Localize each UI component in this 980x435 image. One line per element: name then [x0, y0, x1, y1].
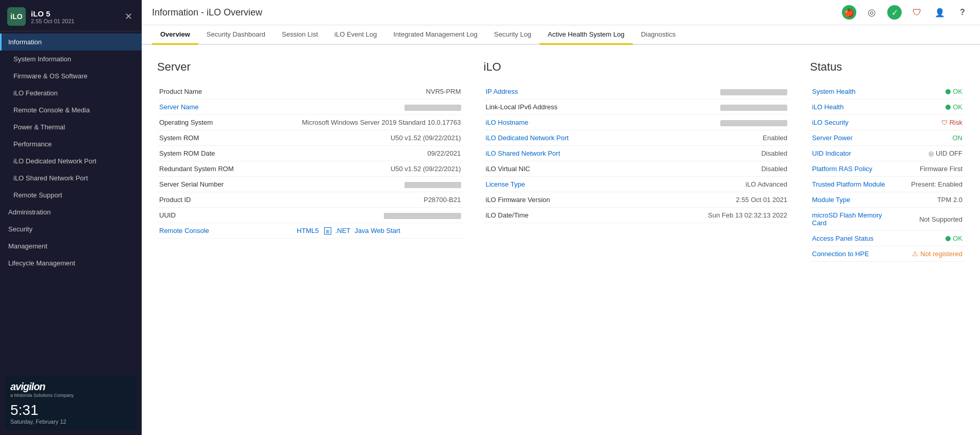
- topbar: Information - iLO Overview 🍎 ◎ ✓ 🛡 👤 ?: [142, 0, 980, 25]
- serial-number-label: Server Serial Number: [157, 177, 295, 192]
- ilo-hostname-label: iLO Hostname: [484, 115, 621, 130]
- topbar-icons: 🍎 ◎ ✓ 🛡 👤 ?: [842, 5, 970, 20]
- microsd-label: microSD Flash Memory Card: [810, 208, 895, 231]
- serial-number-value: [295, 177, 463, 192]
- ilo-logo-icon: iLO: [7, 7, 26, 26]
- net-link[interactable]: .NET: [335, 227, 351, 235]
- tab-active-health-system-log[interactable]: Active Health System Log: [539, 25, 633, 45]
- ip-address-link[interactable]: IP Address: [486, 88, 518, 95]
- server-section-title: Server: [157, 60, 463, 74]
- table-row: IP Address: [484, 84, 790, 99]
- ilo-shared-link[interactable]: iLO Shared Network Port: [486, 149, 561, 157]
- sidebar-item-information[interactable]: Information: [0, 34, 142, 51]
- sidebar-item-administration[interactable]: Administration: [0, 204, 142, 221]
- user-icon[interactable]: 👤: [933, 5, 947, 20]
- platform-ras-label: Platform RAS Policy: [810, 161, 895, 177]
- system-health-label[interactable]: System Health: [810, 84, 895, 99]
- os-value: Microsoft Windows Server 2019 Standard 1…: [295, 115, 463, 130]
- tab-overview[interactable]: Overview: [152, 25, 198, 45]
- redundant-rom-label: Redundant System ROM: [157, 161, 295, 177]
- ipv6-label: Link-Local IPv6 Address: [484, 99, 621, 115]
- ilo-shared-label: iLO Shared Network Port: [484, 146, 621, 161]
- ok-indicator: [945, 89, 951, 94]
- html5-link[interactable]: HTML5: [297, 227, 319, 235]
- sidebar-item-ilo-federation[interactable]: iLO Federation: [0, 85, 142, 102]
- sidebar-item-power-thermal[interactable]: Power & Thermal: [0, 119, 142, 136]
- remote-console-label: Remote Console: [157, 223, 295, 239]
- ilo-dedicated-link[interactable]: iLO Dedicated Network Port: [486, 134, 569, 142]
- sidebar-item-remote-console[interactable]: Remote Console & Media: [0, 102, 142, 119]
- module-type-value: TPM 2.0: [895, 192, 965, 208]
- sidebar-item-security[interactable]: Security: [0, 221, 142, 238]
- ilo-hostname-value: [621, 115, 789, 130]
- html5-icon: ⊞: [324, 227, 331, 235]
- ilo-datetime-label: iLO Date/Time: [484, 208, 621, 223]
- sidebar-item-ilo-shared[interactable]: iLO Shared Network Port: [0, 170, 142, 187]
- not-registered-link[interactable]: Not registered: [920, 250, 962, 258]
- table-row: iLO Virtual NIC Disabled: [484, 161, 790, 177]
- remote-console-links-cell: HTML5 ⊞ .NET Java Web Start: [295, 223, 463, 239]
- tab-diagnostics[interactable]: Diagnostics: [633, 25, 684, 45]
- tab-security-log[interactable]: Security Log: [486, 25, 539, 45]
- sidebar-item-performance[interactable]: Performance: [0, 136, 142, 153]
- sidebar-item-ilo-dedicated[interactable]: iLO Dedicated Network Port: [0, 153, 142, 170]
- sidebar-header: iLO iLO 5 2.55 Oct 01 2021 ✕: [0, 0, 142, 31]
- table-row: Operating System Microsoft Windows Serve…: [157, 115, 463, 130]
- sidebar-item-lifecycle[interactable]: Lifecycle Management: [0, 255, 142, 272]
- help-icon[interactable]: ?: [955, 5, 970, 20]
- ilo-section-title: iLO: [484, 60, 790, 74]
- remote-console-link[interactable]: Remote Console: [159, 227, 209, 235]
- sidebar-item-management[interactable]: Management: [0, 238, 142, 255]
- target-icon[interactable]: ◎: [865, 5, 879, 20]
- table-row: iLO Security 🛡 Risk: [810, 115, 965, 130]
- java-web-start-link[interactable]: Java Web Start: [354, 227, 400, 235]
- table-row: System Health OK: [810, 84, 965, 99]
- system-rom-label: System ROM: [157, 130, 295, 146]
- server-name-value: [295, 99, 463, 115]
- remote-console-links: HTML5 ⊞ .NET Java Web Start: [297, 227, 461, 235]
- ilo-security-label[interactable]: iLO Security: [810, 115, 895, 130]
- system-rom-value: U50 v1.52 (09/22/2021): [295, 130, 463, 146]
- table-row: iLO Dedicated Network Port Enabled: [484, 130, 790, 146]
- table-row: Server Serial Number: [157, 177, 463, 192]
- tab-security-dashboard[interactable]: Security Dashboard: [198, 25, 274, 45]
- module-type-label: Module Type: [810, 192, 895, 208]
- redundant-rom-value: U50 v1.52 (09/22/2021): [295, 161, 463, 177]
- ilo-hostname-link[interactable]: iLO Hostname: [486, 119, 529, 126]
- tpm-label: Trusted Platform Module: [810, 177, 895, 192]
- server-name-link[interactable]: Server Name: [159, 103, 199, 111]
- warning-icon: ⚠: [912, 250, 918, 258]
- system-rom-date-value: 09/22/2021: [295, 146, 463, 161]
- connection-hpe-value: ⚠ Not registered: [895, 246, 965, 262]
- ilo-virtual-nic-value: Disabled: [621, 161, 789, 177]
- ilo-health-label[interactable]: iLO Health: [810, 99, 895, 115]
- table-row: License Type iLO Advanced: [484, 177, 790, 192]
- check-circle-icon[interactable]: ✓: [887, 5, 902, 20]
- sidebar-item-system-information[interactable]: System Information: [0, 51, 142, 68]
- product-id-value: P28700-B21: [295, 192, 463, 208]
- status-section-title: Status: [810, 60, 965, 74]
- ilo-health-value: OK: [895, 99, 965, 115]
- license-type-link[interactable]: License Type: [486, 180, 525, 188]
- ilo-datetime-value: Sun Feb 13 02:32:13 2022: [621, 208, 789, 223]
- access-panel-value: OK: [895, 231, 965, 246]
- tab-ilo-event-log[interactable]: iLO Event Log: [326, 25, 385, 45]
- tab-session-list[interactable]: Session List: [274, 25, 326, 45]
- sidebar-close-button[interactable]: ✕: [123, 9, 134, 24]
- ilo-firmware-value: 2.55 Oct 01 2021: [621, 192, 789, 208]
- ilo-dedicated-value: Enabled: [621, 130, 789, 146]
- ilo-shared-value: Disabled: [621, 146, 789, 161]
- apple-icon[interactable]: 🍎: [842, 5, 856, 20]
- ip-address-value: [621, 84, 789, 99]
- table-row: System ROM Date 09/22/2021: [157, 146, 463, 161]
- status-section: Status System Health OK iLO Health OK iL…: [810, 60, 965, 425]
- shield-red-icon[interactable]: 🛡: [910, 5, 924, 20]
- tab-integrated-management-log[interactable]: Integrated Management Log: [385, 25, 485, 45]
- banner-subtitle: a Motorola Solutions Company: [10, 393, 131, 398]
- page-title: Information - iLO Overview: [152, 7, 262, 18]
- license-type-value: iLO Advanced: [621, 177, 789, 192]
- status-info-table: System Health OK iLO Health OK iLO Secur…: [810, 84, 965, 262]
- sidebar-item-remote-support[interactable]: Remote Support: [0, 187, 142, 204]
- table-row: iLO Hostname: [484, 115, 790, 130]
- sidebar-item-firmware-os[interactable]: Firmware & OS Software: [0, 68, 142, 85]
